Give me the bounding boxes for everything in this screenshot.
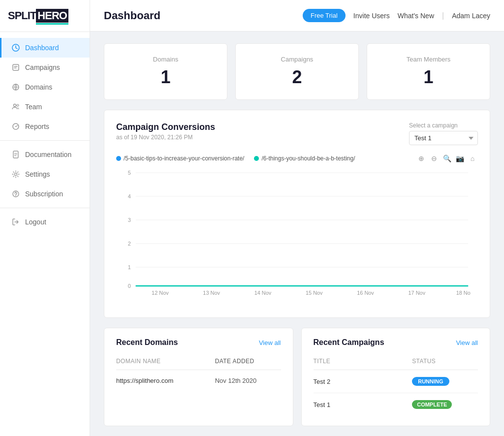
sidebar-item-domains[interactable]: Domains	[0, 77, 90, 97]
domains-icon	[11, 83, 20, 92]
home-button[interactable]: ⌂	[467, 153, 478, 164]
stats-row: Domains 1 Campaigns 2 Team Members 1	[104, 43, 490, 100]
campaign-title-0: Test 2	[314, 378, 412, 385]
header: Dashboard Free Trial Invite Users What's…	[90, 0, 504, 31]
zoom-in-button[interactable]: ⊕	[416, 153, 427, 164]
chart-subtitle: as of 19 Nov 2020, 21:26 PM	[116, 134, 215, 141]
stat-card-campaigns: Campaigns 2	[235, 43, 359, 100]
stat-value-campaigns: 2	[248, 67, 346, 88]
subscription-icon	[11, 189, 20, 198]
campaigns-view-all-link[interactable]: View all	[456, 339, 478, 346]
logo-split-text: SPLIT	[8, 9, 36, 22]
reports-icon	[11, 122, 20, 131]
header-actions: Free Trial Invite Users What's New | Ada…	[303, 9, 490, 22]
sidebar-item-campaigns-label: Campaigns	[25, 63, 60, 71]
campaign-row-1: Test 1 COMPLETE	[314, 393, 478, 416]
stat-label-domains: Domains	[116, 56, 215, 63]
nav-divider-1	[0, 140, 90, 141]
status-badge-complete: COMPLETE	[412, 400, 452, 409]
campaign-select[interactable]: Test 1 Test 2	[409, 131, 478, 145]
campaigns-col-title: Title	[314, 358, 412, 365]
sidebar-item-dashboard-label: Dashboard	[25, 44, 59, 52]
legend-label-2: /6-things-you-should-be-a-b-testing/	[261, 155, 355, 162]
svg-text:12 Nov: 12 Nov	[152, 290, 169, 296]
chart-action-icons: ⊕ ⊖ 🔍 📷 ⌂	[416, 153, 478, 164]
bottom-row: Recent Domains View all Domain Name Date…	[104, 328, 490, 426]
domains-col-date-added: Date Added	[215, 358, 281, 365]
sidebar-item-subscription[interactable]: Subscription	[0, 184, 90, 204]
svg-text:5: 5	[128, 170, 131, 176]
content-area: Domains 1 Campaigns 2 Team Members 1 Cam…	[90, 31, 504, 436]
zoom-reset-button[interactable]: 🔍	[441, 153, 452, 164]
sidebar-item-documentation-label: Documentation	[25, 151, 71, 158]
svg-text:14 Nov: 14 Nov	[254, 290, 272, 296]
sidebar-item-logout-label: Logout	[25, 218, 46, 226]
free-trial-button[interactable]: Free Trial	[303, 9, 346, 22]
whats-new-link[interactable]: What's New	[398, 12, 434, 20]
svg-text:13 Nov: 13 Nov	[203, 290, 220, 296]
campaign-row-0: Test 2 RUNNING	[314, 370, 478, 393]
chart-area: 0 1 2 3 4 5 12 Nov 13 Nov 14 Nov 15 Nov …	[116, 168, 478, 306]
dashboard-icon	[11, 43, 20, 52]
download-button[interactable]: 📷	[454, 153, 465, 164]
domain-name-0: https://splithero.com	[116, 377, 215, 384]
logo: SPLITHERO	[0, 0, 90, 32]
chart-legend: /5-basic-tips-to-increase-your-conversio…	[116, 153, 478, 164]
svg-text:1: 1	[128, 264, 131, 270]
legend-dot-1	[116, 156, 121, 161]
stat-value-domains: 1	[116, 67, 215, 88]
header-divider: |	[442, 11, 444, 20]
invite-users-link[interactable]: Invite Users	[353, 12, 390, 20]
sidebar-item-dashboard[interactable]: Dashboard	[0, 38, 90, 58]
svg-point-4	[17, 104, 19, 106]
zoom-out-button[interactable]: ⊖	[429, 153, 440, 164]
sidebar-item-reports-label: Reports	[25, 123, 49, 130]
main-content: Dashboard Free Trial Invite Users What's…	[90, 0, 504, 436]
sidebar-item-campaigns[interactable]: Campaigns	[0, 58, 90, 77]
logo-hero-text: HERO	[36, 9, 68, 23]
settings-icon	[11, 170, 20, 179]
campaigns-col-status: Status	[412, 358, 478, 365]
domain-row-0: https://splithero.com Nov 12th 2020	[116, 370, 281, 391]
sidebar-item-reports[interactable]: Reports	[0, 117, 90, 136]
team-icon	[11, 102, 20, 111]
sidebar-item-domains-label: Domains	[25, 83, 52, 91]
chart-title-area: Campaign Conversions as of 19 Nov 2020, …	[116, 122, 215, 141]
svg-text:15 Nov: 15 Nov	[306, 290, 323, 296]
campaign-select-label: Select a campaign	[409, 122, 478, 129]
svg-text:2: 2	[128, 241, 131, 247]
domain-date-0: Nov 12th 2020	[215, 377, 281, 384]
legend-dot-2	[254, 156, 259, 161]
svg-text:4: 4	[128, 193, 131, 199]
svg-text:3: 3	[128, 217, 131, 223]
legend-label-1: /5-basic-tips-to-increase-your-conversio…	[124, 155, 244, 162]
campaigns-col-headers: Title Status	[314, 355, 478, 370]
page-title: Dashboard	[104, 9, 160, 22]
chart-svg: 0 1 2 3 4 5 12 Nov 13 Nov 14 Nov 15 Nov …	[116, 168, 478, 296]
stat-value-team-members: 1	[379, 67, 478, 88]
recent-domains-header: Recent Domains View all	[116, 338, 281, 347]
sidebar-item-logout[interactable]: Logout	[0, 212, 90, 232]
documentation-icon	[11, 150, 20, 159]
sidebar-item-team[interactable]: Team	[0, 97, 90, 117]
stat-label-team-members: Team Members	[379, 56, 478, 63]
sidebar-item-team-label: Team	[25, 103, 42, 111]
domains-col-domain-name: Domain Name	[116, 358, 215, 365]
chart-controls-area: Select a campaign Test 1 Test 2	[409, 122, 478, 145]
sidebar-item-subscription-label: Subscription	[25, 190, 63, 198]
campaigns-icon	[11, 63, 20, 72]
stat-label-campaigns: Campaigns	[248, 56, 346, 63]
recent-campaigns-header: Recent Campaigns View all	[314, 338, 478, 347]
svg-text:18 No: 18 No	[456, 290, 471, 296]
user-name: Adam Lacey	[452, 12, 490, 20]
sidebar-item-settings[interactable]: Settings	[0, 164, 90, 184]
sidebar-item-documentation[interactable]: Documentation	[0, 145, 90, 164]
domains-view-all-link[interactable]: View all	[259, 339, 281, 346]
chart-card: Campaign Conversions as of 19 Nov 2020, …	[104, 110, 490, 318]
sidebar-item-settings-label: Settings	[25, 170, 50, 178]
svg-point-3	[14, 104, 16, 107]
svg-rect-1	[13, 64, 19, 70]
campaign-status-0: RUNNING	[412, 377, 478, 386]
recent-domains-card: Recent Domains View all Domain Name Date…	[104, 328, 293, 426]
svg-text:0: 0	[128, 283, 131, 289]
